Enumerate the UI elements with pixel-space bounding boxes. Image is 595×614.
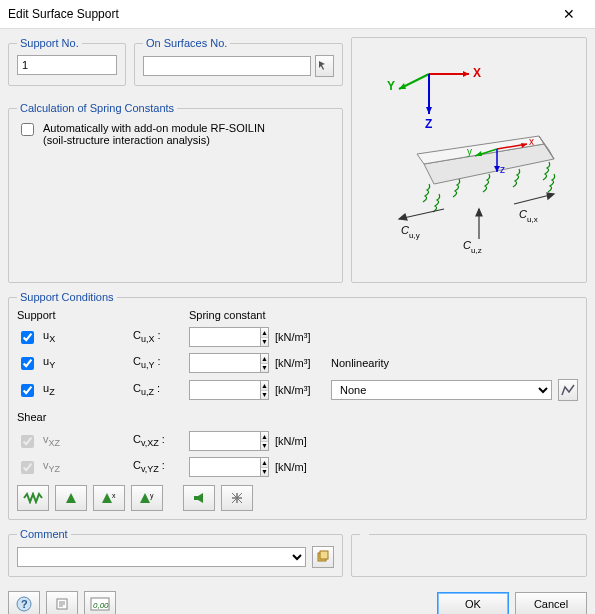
on-surfaces-legend: On Surfaces No. — [143, 37, 230, 49]
support-header: Support — [17, 309, 127, 321]
preview-svg: X Y Z — [369, 44, 569, 254]
svg-marker-33 — [66, 493, 76, 503]
support-preset-3[interactable]: x — [93, 485, 125, 511]
svg-text:?: ? — [21, 598, 28, 610]
comment-library-button[interactable] — [312, 546, 334, 568]
svg-text:u,y: u,y — [409, 231, 420, 240]
uy-spin[interactable] — [189, 353, 261, 373]
svg-marker-24 — [399, 214, 407, 220]
units-icon: 0,00 — [90, 597, 110, 611]
group-on-surfaces: On Surfaces No. — [134, 37, 343, 86]
rf-soilin-checkbox[interactable] — [21, 123, 34, 136]
uz-coef: Cu,Z : — [133, 382, 183, 397]
nonlinearity-label: Nonlinearity — [331, 357, 578, 369]
vxz-row: vXZ — [17, 432, 127, 451]
svg-text:C: C — [463, 239, 471, 251]
support-type-toolbar: x y — [17, 485, 578, 511]
support-preset-4[interactable]: y — [131, 485, 163, 511]
triangle-y-icon: y — [138, 491, 156, 505]
close-button[interactable]: ✕ — [551, 3, 587, 25]
svg-rect-40 — [320, 551, 328, 559]
svg-text:0,00: 0,00 — [93, 601, 109, 610]
ux-spin[interactable] — [189, 327, 261, 347]
uy-spinbtns[interactable]: ▲▼ — [261, 353, 269, 373]
svg-marker-22 — [547, 193, 554, 199]
uy-unit: [kN/m³] — [275, 357, 325, 369]
comment-legend: Comment — [17, 528, 71, 540]
svg-text:X: X — [473, 66, 481, 80]
group-support-no: Support No. — [8, 37, 126, 86]
library-icon — [316, 550, 330, 564]
vxz-spin[interactable] — [189, 431, 261, 451]
svg-marker-36 — [140, 493, 150, 503]
units-button[interactable]: 0,00 — [84, 591, 116, 614]
vyz-checkbox — [21, 461, 34, 474]
vyz-spinbtns[interactable]: ▲▼ — [261, 457, 269, 477]
spring-calc-legend: Calculation of Spring Constants — [17, 102, 177, 114]
uz-spin[interactable] — [189, 380, 261, 400]
svg-marker-1 — [463, 71, 469, 77]
comment-input[interactable] — [17, 547, 306, 567]
group-support-conditions: Support Conditions Support Spring consta… — [8, 291, 587, 520]
vyz-spin[interactable] — [189, 457, 261, 477]
svg-text:C: C — [401, 224, 409, 236]
vxz-checkbox — [21, 435, 34, 448]
pick-surfaces-button[interactable] — [315, 55, 334, 77]
svg-text:u,z: u,z — [471, 246, 482, 254]
rf-soilin-checkbox-row[interactable]: Automatically with add-on module RF-SOIL… — [17, 122, 334, 146]
on-surfaces-input[interactable] — [143, 56, 311, 76]
speaker-icon — [192, 491, 206, 505]
triangle-icon — [64, 491, 78, 505]
svg-text:y: y — [467, 146, 472, 157]
svg-text:Y: Y — [387, 79, 395, 93]
rf-soilin-label: Automatically with add-on module RF-SOIL… — [43, 122, 265, 134]
svg-marker-26 — [476, 209, 482, 216]
group-spring-calc: Calculation of Spring Constants Automati… — [8, 102, 343, 283]
support-preset-1[interactable] — [17, 485, 49, 511]
ux-checkbox[interactable] — [21, 331, 34, 344]
svg-marker-7 — [426, 107, 432, 114]
uz-unit: [kN/m³] — [275, 384, 325, 396]
support-preset-2[interactable] — [55, 485, 87, 511]
ok-button[interactable]: OK — [437, 592, 509, 614]
ux-row[interactable]: uX — [17, 328, 127, 347]
uy-row[interactable]: uY — [17, 354, 127, 373]
nonlinearity-edit-button[interactable] — [558, 379, 578, 401]
support-preset-5[interactable] — [183, 485, 215, 511]
support-no-input[interactable] — [17, 55, 117, 75]
support-no-legend: Support No. — [17, 37, 82, 49]
svg-marker-38 — [194, 493, 203, 503]
zigzag-icon — [23, 492, 43, 504]
uz-row[interactable]: uZ — [17, 381, 127, 400]
vyz-coef: Cv,YZ : — [133, 459, 183, 474]
svg-text:u,x: u,x — [527, 215, 538, 224]
uz-checkbox[interactable] — [21, 384, 34, 397]
preview-image-group: X Y Z — [351, 37, 587, 283]
ux-coef: Cu,X : — [133, 329, 183, 344]
svg-marker-4 — [399, 83, 406, 89]
cancel-button[interactable]: Cancel — [515, 592, 587, 614]
nonlinearity-edit-icon — [561, 383, 575, 397]
vyz-row: vYZ — [17, 458, 127, 477]
rf-soilin-sub: (soil-structure interaction analysis) — [43, 134, 210, 146]
window-title: Edit Surface Support — [8, 7, 119, 21]
vyz-unit: [kN/m] — [275, 461, 325, 473]
svg-text:x: x — [112, 492, 116, 499]
notes-icon — [55, 597, 69, 611]
uy-checkbox[interactable] — [21, 357, 34, 370]
ux-unit: [kN/m³] — [275, 331, 325, 343]
vxz-spinbtns[interactable]: ▲▼ — [261, 431, 269, 451]
uz-spinbtns[interactable]: ▲▼ — [261, 380, 269, 400]
svg-marker-34 — [102, 493, 112, 503]
support-conditions-legend: Support Conditions — [17, 291, 117, 303]
help-button[interactable]: ? — [8, 591, 40, 614]
group-comment: Comment — [8, 528, 343, 577]
ux-spinbtns[interactable]: ▲▼ — [261, 327, 269, 347]
nonlinearity-select[interactable]: None — [331, 380, 552, 400]
notes-button[interactable] — [46, 591, 78, 614]
uy-coef: Cu,Y : — [133, 355, 183, 370]
support-preset-6[interactable] — [221, 485, 253, 511]
svg-text:z: z — [500, 164, 505, 175]
svg-text:Z: Z — [425, 117, 432, 131]
svg-text:C: C — [519, 208, 527, 220]
